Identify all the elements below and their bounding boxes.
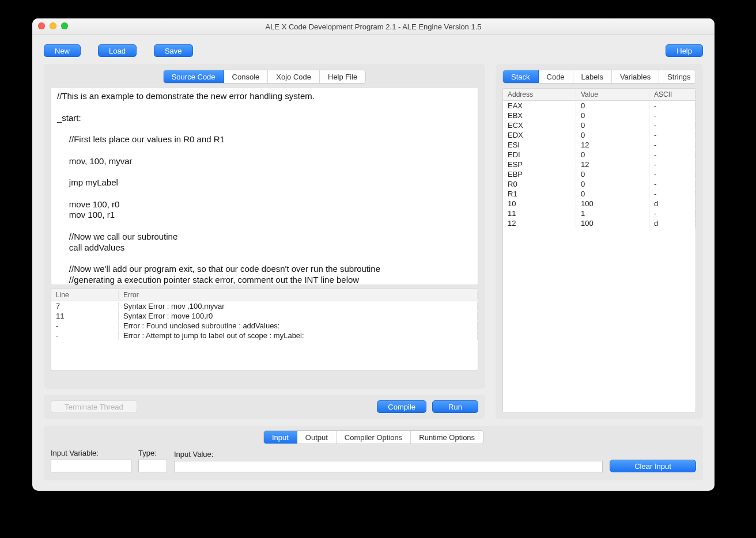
- editor-tabs: Source CodeConsoleXojo CodeHelp File: [163, 70, 366, 84]
- inspector-tabs: StackCodeLabelsVariablesStringsConstants: [502, 70, 696, 84]
- error-row[interactable]: 11Syntax Error : move 100,r0: [51, 311, 478, 321]
- input-type-label: Type:: [138, 449, 167, 457]
- error-row[interactable]: -Error : Attempt to jump to label out of…: [51, 331, 478, 340]
- stack-row[interactable]: ESP12-: [503, 160, 695, 169]
- compile-button[interactable]: Compile: [377, 400, 426, 413]
- stack-row[interactable]: EDI0-: [503, 150, 695, 160]
- new-button[interactable]: New: [44, 44, 81, 57]
- stack-col-value: Value: [576, 90, 649, 98]
- input-value-field[interactable]: [174, 461, 603, 472]
- run-button[interactable]: Run: [432, 400, 478, 413]
- input-variable-field[interactable]: [51, 460, 131, 472]
- load-button[interactable]: Load: [98, 44, 137, 57]
- input-type-field[interactable]: [138, 460, 167, 472]
- error-list: Line Error 7Syntax Error : mov ,100,myva…: [51, 289, 478, 370]
- stack-row[interactable]: R10-: [503, 189, 695, 199]
- tab-runtime-options[interactable]: Runtime Options: [411, 431, 483, 444]
- stack-row[interactable]: EAX0-: [503, 101, 695, 111]
- tab-source-code[interactable]: Source Code: [164, 70, 224, 83]
- stack-col-address: Address: [503, 90, 576, 98]
- tab-console[interactable]: Console: [224, 70, 269, 83]
- tab-stack[interactable]: Stack: [503, 70, 539, 83]
- terminate-thread-button[interactable]: Terminate Thread: [51, 400, 137, 413]
- source-code-editor[interactable]: //This is an example to demonstrate the …: [51, 87, 478, 285]
- tab-labels[interactable]: Labels: [573, 70, 612, 83]
- tab-code[interactable]: Code: [539, 70, 573, 83]
- stack-row[interactable]: R00-: [503, 179, 695, 189]
- error-col-line: Line: [51, 291, 119, 299]
- zoom-icon[interactable]: [61, 22, 68, 29]
- stack-col-ascii: ASCII: [649, 90, 695, 98]
- stack-row[interactable]: 10100d: [503, 199, 695, 209]
- input-variable-label: Input Variable:: [51, 449, 131, 457]
- clear-input-button[interactable]: Clear Input: [610, 460, 696, 472]
- help-button[interactable]: Help: [666, 44, 703, 57]
- stack-table: Address Value ASCII EAX0-EBX0-ECX0-EDX0-…: [502, 88, 696, 413]
- tab-xojo-code[interactable]: Xojo Code: [268, 70, 320, 83]
- error-row[interactable]: 7Syntax Error : mov ,100,myvar: [51, 301, 478, 311]
- tab-strings[interactable]: Strings: [659, 70, 696, 83]
- close-icon[interactable]: [38, 22, 45, 29]
- app-window: ALE X Code Development Program 2.1 - ALE…: [32, 18, 715, 491]
- stack-row[interactable]: ESI12-: [503, 140, 695, 150]
- inspector-panel: StackCodeLabelsVariablesStringsConstants…: [496, 64, 703, 419]
- editor-panel: Source CodeConsoleXojo CodeHelp File //T…: [44, 64, 485, 389]
- window-title: ALE X Code Development Program 2.1 - ALE…: [265, 22, 481, 31]
- tab-compiler-options[interactable]: Compiler Options: [337, 431, 411, 444]
- save-button[interactable]: Save: [154, 44, 193, 57]
- tab-help-file[interactable]: Help File: [320, 70, 365, 83]
- io-panel: InputOutputCompiler OptionsRuntime Optio…: [44, 426, 703, 480]
- stack-row[interactable]: 12100d: [503, 218, 695, 228]
- stack-row[interactable]: ECX0-: [503, 120, 695, 130]
- compile-bar: Terminate Thread Compile Run: [44, 395, 485, 419]
- stack-row[interactable]: 111-: [503, 209, 695, 218]
- titlebar: ALE X Code Development Program 2.1 - ALE…: [32, 18, 715, 35]
- minimize-icon[interactable]: [50, 22, 56, 29]
- stack-row[interactable]: EDX0-: [503, 130, 695, 140]
- tab-input[interactable]: Input: [264, 431, 297, 444]
- stack-row[interactable]: EBX0-: [503, 111, 695, 120]
- stack-row[interactable]: EBP0-: [503, 169, 695, 179]
- toolbar: New Load Save Help: [44, 44, 703, 57]
- error-col-error: Error: [119, 291, 478, 299]
- error-row[interactable]: -Error : Found unclosed subroutine : add…: [51, 321, 478, 331]
- traffic-lights: [38, 22, 68, 29]
- io-tabs: InputOutputCompiler OptionsRuntime Optio…: [263, 430, 483, 444]
- tab-output[interactable]: Output: [297, 431, 337, 444]
- input-value-label: Input Value:: [174, 450, 603, 459]
- tab-variables[interactable]: Variables: [612, 70, 659, 83]
